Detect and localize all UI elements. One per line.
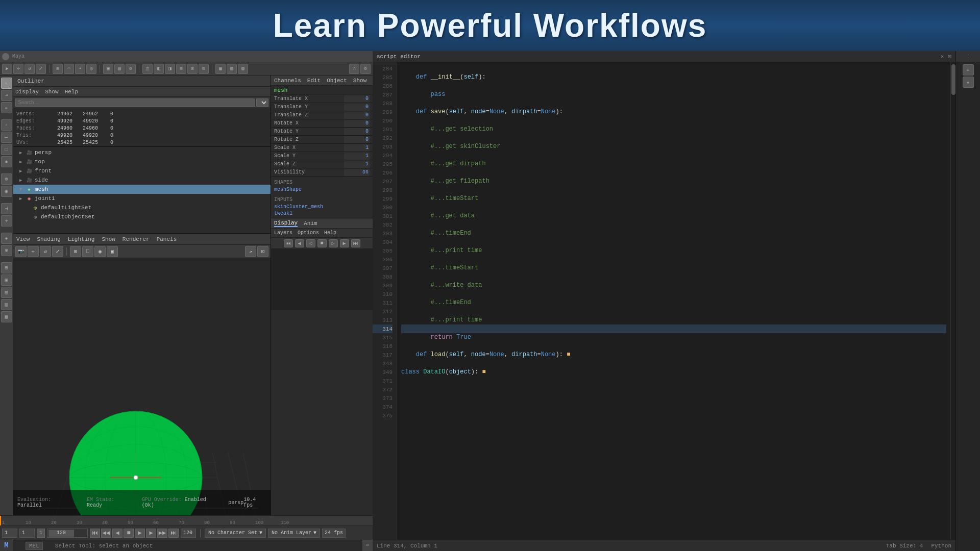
- start-frame-field[interactable]: 1: [2, 529, 17, 538]
- vp-icon-smooth[interactable]: ◉: [94, 246, 106, 257]
- layout-icon[interactable]: ⊞: [1, 262, 12, 273]
- tree-item-defaultlightset[interactable]: ◎ defaultLightSet: [13, 203, 271, 212]
- shelf-icon[interactable]: ▤: [1, 287, 12, 298]
- icon-settings2[interactable]: ⚙: [360, 64, 371, 74]
- search-input[interactable]: [15, 98, 255, 107]
- vp-icon-r1[interactable]: ↗: [245, 246, 256, 257]
- tc-stop[interactable]: ■: [124, 529, 134, 538]
- transport-next-key[interactable]: ⏭: [351, 239, 360, 247]
- symmetry[interactable]: ⊣: [1, 203, 12, 214]
- vp-icon-texture[interactable]: ▣: [107, 246, 118, 257]
- input-item-tweak[interactable]: tweak1: [274, 210, 370, 217]
- lasso-tool[interactable]: ⊸: [1, 90, 12, 101]
- snap-curve[interactable]: ⌒: [64, 64, 74, 74]
- workspace-icon[interactable]: ▣: [1, 274, 12, 286]
- anim-icon[interactable]: ▦: [1, 311, 12, 322]
- icon-b[interactable]: ◧: [154, 64, 164, 74]
- soft-select[interactable]: ◉: [1, 186, 12, 197]
- tree-item-front[interactable]: ▶ 🎥 front: [13, 166, 271, 176]
- tab-display[interactable]: Display: [274, 220, 298, 227]
- dp-menu-layers[interactable]: Layers: [274, 230, 292, 236]
- mini-icon-2[interactable]: ◈: [963, 77, 974, 88]
- timeline[interactable]: 1 10 20 30 40 50 60 70 80 90 100 110: [0, 515, 373, 525]
- ch-val-sz[interactable]: 1: [344, 161, 370, 168]
- outliner-menu-show[interactable]: Show: [45, 89, 58, 95]
- ch-show[interactable]: Show: [353, 78, 366, 84]
- ch-val-ry[interactable]: 0: [344, 128, 370, 135]
- tc-start[interactable]: ⏮: [90, 529, 100, 538]
- vp-menu-renderer[interactable]: Renderer: [122, 236, 150, 242]
- code-content[interactable]: def __init__(self): pass def save(self, …: [397, 62, 950, 540]
- transport-prev-key[interactable]: ⏮: [284, 239, 293, 247]
- ch-val-sx[interactable]: 1: [344, 144, 370, 152]
- transport-play-back[interactable]: ◁: [306, 239, 315, 247]
- tree-item-defaultobjectset[interactable]: ◎ defaultObjectSet: [13, 212, 271, 221]
- dp-menu-options[interactable]: Options: [298, 230, 319, 236]
- transport-next-frame[interactable]: ▶: [340, 239, 349, 247]
- show-hide[interactable]: ◈: [1, 233, 12, 244]
- icon-settings1[interactable]: ⛬: [349, 64, 359, 74]
- uv-mode[interactable]: ◈: [1, 156, 12, 167]
- tc-prev-frame[interactable]: ◀: [112, 529, 122, 538]
- shape-item-meshshape[interactable]: meshShape: [274, 186, 370, 193]
- icon-h[interactable]: ▧: [227, 64, 237, 74]
- scrollbar-thumb[interactable]: [951, 64, 955, 95]
- ch-val-rx[interactable]: 0: [344, 120, 370, 127]
- range-start-val[interactable]: 1: [39, 530, 42, 536]
- vp-icon-camera[interactable]: 📷: [15, 246, 27, 257]
- vp-menu-view[interactable]: View: [16, 236, 30, 242]
- range-end-field[interactable]: 120: [181, 529, 196, 538]
- snap-live[interactable]: ⊕: [1, 173, 12, 185]
- vp-menu-panels[interactable]: Panels: [157, 236, 177, 242]
- tc-prev-key[interactable]: ◀◀: [101, 529, 111, 538]
- ch-val-sy[interactable]: 1: [344, 153, 370, 160]
- timeline-ruler[interactable]: 1 10 20 30 40 50 60 70 80 90 100 110: [0, 516, 373, 525]
- ch-val-ty[interactable]: 0: [344, 104, 370, 111]
- transport-stop[interactable]: ■: [317, 239, 327, 247]
- input-item-skincluster[interactable]: skinCluster_mesh: [274, 204, 370, 210]
- icon-g[interactable]: ▦: [215, 64, 226, 74]
- render-seq[interactable]: ▤: [114, 64, 125, 74]
- vp-icon-scale[interactable]: ⤢: [52, 246, 63, 257]
- edge-mode[interactable]: —: [1, 132, 12, 143]
- range-slider-handle[interactable]: 120: [48, 530, 74, 537]
- scale-tool[interactable]: ⤢: [36, 64, 46, 74]
- render-settings[interactable]: ⚙: [126, 64, 136, 74]
- icon-a[interactable]: ◫: [142, 64, 153, 74]
- icon-d[interactable]: ⊟: [176, 64, 186, 74]
- select-tool[interactable]: ▶: [2, 64, 12, 74]
- camera-mode[interactable]: ⌖: [1, 215, 12, 227]
- icon-c[interactable]: ◨: [165, 64, 175, 74]
- ch-edit[interactable]: Edit: [307, 78, 321, 84]
- tree-item-top[interactable]: ▶ 🎥 top: [13, 157, 271, 166]
- ch-channels[interactable]: Channels: [274, 78, 301, 84]
- mini-icon-1[interactable]: ≡: [963, 64, 974, 76]
- move-tool[interactable]: ✛: [13, 64, 23, 74]
- tc-play[interactable]: ▶: [135, 529, 145, 538]
- face-mode[interactable]: □: [1, 144, 12, 155]
- vp-icon-r2[interactable]: ⊡: [257, 246, 268, 257]
- code-scrollbar[interactable]: [950, 62, 955, 540]
- render-icon[interactable]: ▣: [103, 64, 113, 74]
- transport-play[interactable]: ▷: [329, 239, 338, 247]
- channel-icon[interactable]: ▥: [1, 299, 12, 310]
- freeze-icon[interactable]: ❄: [1, 245, 12, 256]
- script-editor-tab[interactable]: ⌨: [362, 540, 373, 551]
- vp-icon-rotate[interactable]: ↺: [40, 246, 51, 257]
- vp-icon-wireframe[interactable]: □: [82, 246, 93, 257]
- snap-view[interactable]: ◎: [86, 64, 96, 74]
- vert-mode[interactable]: ◦: [1, 119, 12, 131]
- tc-next-key[interactable]: ▶▶: [157, 529, 167, 538]
- snap-point[interactable]: •: [75, 64, 85, 74]
- icon-e[interactable]: ⊠: [187, 64, 198, 74]
- search-filter[interactable]: ▼: [256, 98, 268, 107]
- vp-icon-move[interactable]: ✛: [28, 246, 39, 257]
- select-mode[interactable]: ↖: [1, 78, 12, 89]
- ch-val-rz[interactable]: 0: [344, 136, 370, 143]
- ch-val-vis[interactable]: on: [344, 169, 370, 176]
- tc-next-frame[interactable]: ▶: [146, 529, 156, 538]
- vp-menu-show[interactable]: Show: [102, 236, 115, 242]
- anim-layer-dropdown[interactable]: No Anim Layer ▼: [268, 529, 320, 538]
- code-close-btn[interactable]: ✕: [941, 53, 944, 60]
- code-max-btn[interactable]: ⊡: [948, 53, 951, 60]
